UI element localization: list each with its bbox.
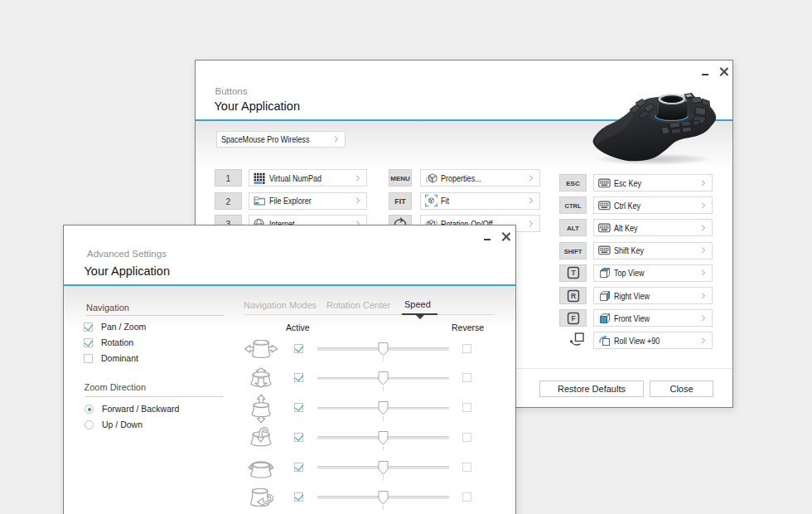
svg-text:R: R: [570, 292, 575, 300]
svg-text:T: T: [571, 269, 576, 278]
svg-text:F: F: [571, 314, 575, 322]
